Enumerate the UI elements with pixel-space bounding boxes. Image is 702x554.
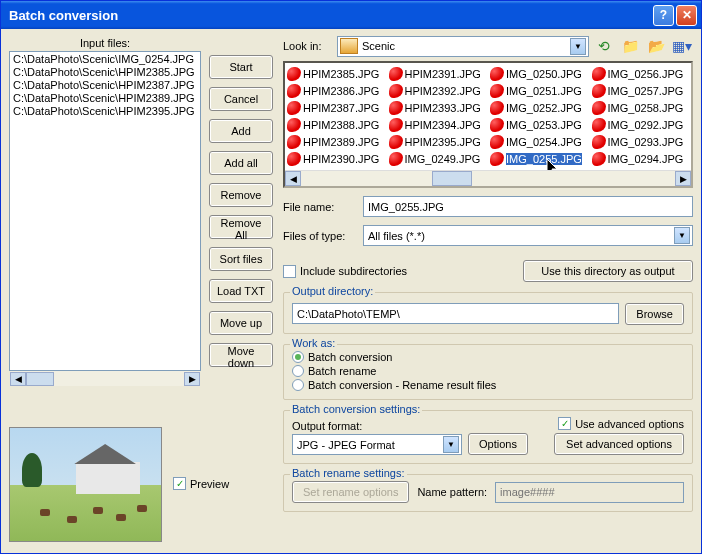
batch-rename-settings-legend: Batch rename settings: [290, 467, 407, 479]
file-name: HPIM2389.JPG [303, 136, 379, 148]
file-name: HPIM2390.JPG [303, 153, 379, 165]
input-files-list[interactable]: C:\DataPhoto\Scenic\IMG_0254.JPG C:\Data… [9, 51, 201, 371]
cancel-button[interactable]: Cancel [209, 87, 273, 111]
file-name: IMG_0256.JPG [608, 68, 684, 80]
image-file-icon [490, 84, 504, 98]
chevron-down-icon[interactable]: ▼ [570, 38, 586, 55]
file-item[interactable]: HPIM2393.JPG [387, 99, 489, 116]
radio-icon [292, 379, 304, 391]
up-folder-icon[interactable]: 📁 [619, 35, 641, 57]
file-item[interactable]: IMG_0255.JPG [488, 150, 590, 167]
move-down-button[interactable]: Move down [209, 343, 273, 367]
file-item[interactable]: IMG_0250.JPG [488, 65, 590, 82]
file-item[interactable]: HPIM2391.JPG [387, 65, 489, 82]
look-in-combo[interactable]: Scenic ▼ [337, 36, 589, 57]
browser-scrollbar[interactable]: ◀ ▶ [285, 170, 691, 186]
load-txt-button[interactable]: Load TXT [209, 279, 273, 303]
folder-icon [340, 38, 358, 54]
file-name: IMG_0294.JPG [608, 153, 684, 165]
image-file-icon [592, 84, 606, 98]
include-subdirs-checkbox[interactable]: Include subdirectories [283, 265, 407, 278]
file-item[interactable]: IMG_0252.JPG [488, 99, 590, 116]
radio-batch-rename[interactable]: Batch rename [292, 365, 684, 377]
image-file-icon [592, 135, 606, 149]
file-item[interactable]: HPIM2386.JPG [285, 82, 387, 99]
scroll-thumb[interactable] [432, 171, 472, 186]
remove-all-button[interactable]: Remove All [209, 215, 273, 239]
file-name: HPIM2394.JPG [405, 119, 481, 131]
start-button[interactable]: Start [209, 55, 273, 79]
file-item[interactable]: HPIM2385.JPG [285, 65, 387, 82]
browse-button[interactable]: Browse [625, 303, 684, 325]
file-browser[interactable]: HPIM2385.JPGHPIM2391.JPGIMG_0250.JPGIMG_… [283, 61, 693, 188]
use-directory-output-button[interactable]: Use this directory as output [523, 260, 693, 282]
scroll-right-icon[interactable]: ▶ [184, 372, 200, 386]
output-format-select[interactable]: JPG - JPEG Format ▼ [292, 434, 462, 455]
filetype-select[interactable]: All files (*.*) ▼ [363, 225, 693, 246]
use-advanced-options-checkbox[interactable]: ✓ Use advanced options [558, 417, 684, 430]
options-button[interactable]: Options [468, 433, 528, 455]
help-button[interactable]: ? [653, 5, 674, 26]
name-pattern-input [495, 482, 684, 503]
filetype-label: Files of type: [283, 230, 355, 242]
input-files-label: Input files: [9, 35, 201, 51]
new-folder-icon[interactable]: 📂 [645, 35, 667, 57]
add-button[interactable]: Add [209, 119, 273, 143]
scroll-left-icon[interactable]: ◀ [10, 372, 26, 386]
sort-files-button[interactable]: Sort files [209, 247, 273, 271]
file-item[interactable]: HPIM2389.JPG [285, 133, 387, 150]
list-item[interactable]: C:\DataPhoto\Scenic\HPIM2385.JPG [11, 66, 199, 79]
add-all-button[interactable]: Add all [209, 151, 273, 175]
file-item[interactable]: IMG_0294.JPG [590, 150, 692, 167]
batch-conversion-settings-legend: Batch conversion settings: [290, 403, 422, 415]
filename-input[interactable] [363, 196, 693, 217]
radio-icon [292, 351, 304, 363]
scroll-right-icon[interactable]: ▶ [675, 171, 691, 186]
list-item[interactable]: C:\DataPhoto\Scenic\HPIM2389.JPG [11, 92, 199, 105]
close-button[interactable]: ✕ [676, 5, 697, 26]
set-advanced-options-button[interactable]: Set advanced options [554, 433, 684, 455]
back-icon[interactable]: ⟲ [593, 35, 615, 57]
chevron-down-icon[interactable]: ▼ [674, 227, 690, 244]
file-item[interactable]: HPIM2392.JPG [387, 82, 489, 99]
file-item[interactable]: IMG_0253.JPG [488, 116, 590, 133]
file-item[interactable]: IMG_0293.JPG [590, 133, 692, 150]
file-item[interactable]: IMG_0256.JPG [590, 65, 692, 82]
file-item[interactable]: HPIM2390.JPG [285, 150, 387, 167]
remove-button[interactable]: Remove [209, 183, 273, 207]
file-item[interactable]: IMG_0254.JPG [488, 133, 590, 150]
image-file-icon [592, 152, 606, 166]
file-item[interactable]: IMG_0257.JPG [590, 82, 692, 99]
image-file-icon [592, 118, 606, 132]
file-item[interactable]: IMG_0292.JPG [590, 116, 692, 133]
image-file-icon [389, 135, 403, 149]
file-item[interactable]: IMG_0249.JPG [387, 150, 489, 167]
file-name: IMG_0257.JPG [608, 85, 684, 97]
file-item[interactable]: IMG_0251.JPG [488, 82, 590, 99]
image-file-icon [287, 84, 301, 98]
preview-thumbnail[interactable] [9, 427, 162, 542]
titlebar[interactable]: Batch conversion ? ✕ [1, 1, 701, 29]
list-item[interactable]: C:\DataPhoto\Scenic\HPIM2387.JPG [11, 79, 199, 92]
radio-batch-conversion[interactable]: Batch conversion [292, 351, 684, 363]
list-item[interactable]: C:\DataPhoto\Scenic\HPIM2395.JPG [11, 105, 199, 118]
move-up-button[interactable]: Move up [209, 311, 273, 335]
file-name: IMG_0249.JPG [405, 153, 481, 165]
radio-batch-conversion-rename[interactable]: Batch conversion - Rename result files [292, 379, 684, 391]
scroll-thumb[interactable] [26, 372, 54, 386]
work-as-legend: Work as: [290, 337, 337, 349]
file-item[interactable]: IMG_0258.JPG [590, 99, 692, 116]
scroll-left-icon[interactable]: ◀ [285, 171, 301, 186]
list-item[interactable]: C:\DataPhoto\Scenic\IMG_0254.JPG [11, 53, 199, 66]
preview-checkbox[interactable]: ✓ Preview [173, 477, 229, 490]
view-menu-icon[interactable]: ▦▾ [671, 35, 693, 57]
file-item[interactable]: HPIM2395.JPG [387, 133, 489, 150]
file-item[interactable]: HPIM2388.JPG [285, 116, 387, 133]
chevron-down-icon[interactable]: ▼ [443, 436, 459, 453]
input-list-scrollbar[interactable]: ◀ ▶ [9, 371, 201, 387]
file-name: HPIM2387.JPG [303, 102, 379, 114]
file-item[interactable]: HPIM2394.JPG [387, 116, 489, 133]
file-item[interactable]: HPIM2387.JPG [285, 99, 387, 116]
image-file-icon [287, 152, 301, 166]
output-directory-input[interactable] [292, 303, 619, 324]
